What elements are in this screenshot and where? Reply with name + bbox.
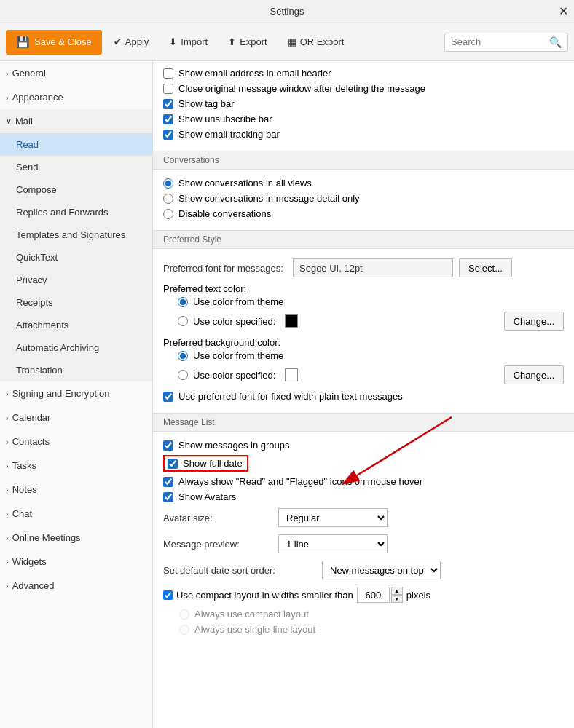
apply-button[interactable]: ✔ Apply [105, 32, 158, 52]
spinner-up-button[interactable]: ▲ [391, 587, 403, 595]
spinner-down-button[interactable]: ▼ [391, 595, 403, 603]
close-original-label: Close original message window after dele… [178, 83, 425, 94]
conv-all-radio[interactable] [163, 178, 173, 189]
avatar-size-select[interactable]: Regular Small Large [278, 508, 388, 527]
sidebar-item-read[interactable]: Read [0, 133, 152, 156]
sidebar-meetings-label: Online Meetings [12, 532, 81, 543]
text-specified-row: Use color specified: Change... [163, 309, 564, 333]
qr-export-button[interactable]: ▦ QR Export [279, 32, 353, 52]
close-button[interactable]: ✕ [559, 4, 568, 18]
message-preview-select[interactable]: 1 line 2 lines 3 lines None [278, 534, 388, 553]
sidebar-item-notes[interactable]: › Notes [0, 478, 152, 502]
sidebar-item-general[interactable]: › General [0, 61, 152, 85]
title-bar: Settings ✕ [0, 0, 574, 23]
import-button[interactable]: ⬇ Import [160, 32, 216, 52]
avatar-size-label: Avatar size: [163, 513, 272, 523]
text-specified-radio[interactable] [178, 316, 188, 326]
sidebar-item-quicktext[interactable]: QuickText [0, 246, 152, 269]
export-button[interactable]: ⬆ Export [219, 32, 276, 52]
sidebar-item-meetings[interactable]: › Online Meetings [0, 526, 152, 550]
message-preview-label: Message preview: [163, 539, 272, 550]
conv-all-label: Show conversations in all views [178, 178, 312, 189]
chevron-right-icon-chat: › [6, 510, 9, 518]
compact-width-input[interactable] [357, 587, 390, 603]
select-font-button[interactable]: Select... [459, 258, 512, 277]
bg-from-theme-row: Use color from theme [163, 348, 564, 363]
text-color-group: Preferred text color: Use color from the… [163, 281, 564, 335]
qr-icon: ▦ [288, 36, 296, 47]
sidebar-appearance-label: Appearance [12, 92, 63, 103]
sidebar-read-label: Read [16, 139, 39, 150]
compact-width-spinner: ▲ ▼ [357, 587, 403, 603]
font-input[interactable] [293, 258, 453, 277]
bg-from-theme-radio[interactable] [178, 351, 188, 361]
show-email-checkbox[interactable] [163, 68, 173, 79]
import-label: Import [181, 36, 208, 47]
sidebar-section-tasks: › Tasks [0, 454, 152, 478]
sidebar-item-attachments[interactable]: Attachments [0, 314, 152, 336]
sidebar-section-calendar: › Calendar [0, 405, 152, 430]
sidebar-item-translation[interactable]: Translation [0, 359, 152, 381]
close-original-row: Close original message window after dele… [163, 81, 564, 96]
sidebar-mail-label: Mail [15, 116, 33, 127]
svg-line-1 [357, 417, 452, 475]
sidebar-item-signing[interactable]: › Signing and Encryption [0, 381, 152, 405]
sidebar-compose-label: Compose [16, 184, 57, 195]
show-groups-checkbox[interactable] [163, 440, 173, 451]
sidebar-item-receipts[interactable]: Receipts [0, 291, 152, 314]
always-single-radio[interactable] [179, 625, 189, 635]
font-label: Preferred font for messages: [163, 263, 287, 274]
fixed-width-row: Use preferred font for fixed-width plain… [163, 389, 564, 404]
fixed-width-label: Use preferred font for fixed-width plain… [178, 391, 403, 402]
show-unsubscribe-checkbox[interactable] [163, 114, 173, 124]
bg-specified-label: Use color specified: [193, 370, 275, 381]
show-tracking-row: Show email tracking bar [163, 127, 564, 142]
sort-order-select[interactable]: New messages on top Old messages on top [322, 561, 441, 579]
sidebar-item-contacts[interactable]: › Contacts [0, 430, 152, 454]
sidebar-item-send[interactable]: Send [0, 156, 152, 178]
sidebar-item-replies[interactable]: Replies and Forwards [0, 201, 152, 223]
show-tag-checkbox[interactable] [163, 99, 173, 109]
always-single-row: Always use single-line layout [179, 622, 564, 637]
conv-detail-radio[interactable] [163, 194, 173, 204]
sidebar-item-mail[interactable]: ∨ Mail [0, 109, 152, 133]
save-close-button[interactable]: 💾 Save & Close [6, 30, 102, 55]
sidebar-item-templates[interactable]: Templates and Signatures [0, 223, 152, 246]
sort-order-row: Set default date sort order: New message… [163, 557, 564, 583]
sidebar-item-archiving[interactable]: Automatic Archiving [0, 336, 152, 359]
show-unsubscribe-label: Show unsubscribe bar [178, 114, 272, 124]
font-row: Preferred font for messages: Select... [163, 255, 564, 281]
show-tracking-checkbox[interactable] [163, 130, 173, 140]
always-compact-radio[interactable] [179, 609, 189, 620]
text-from-theme-radio[interactable] [178, 297, 188, 307]
qr-label: QR Export [300, 36, 345, 47]
bg-specified-radio[interactable] [178, 370, 188, 380]
show-avatars-checkbox[interactable] [163, 492, 173, 502]
change-text-color-button[interactable]: Change... [504, 312, 564, 331]
show-full-date-checkbox[interactable] [168, 459, 178, 469]
search-input[interactable] [451, 36, 546, 47]
show-read-flagged-checkbox[interactable] [163, 477, 173, 487]
change-bg-color-button[interactable]: Change... [504, 365, 564, 384]
sidebar-item-calendar[interactable]: › Calendar [0, 405, 152, 430]
sidebar-notes-label: Notes [12, 484, 37, 495]
compact-layout-checkbox[interactable] [163, 590, 173, 600]
conv-all-views-row: Show conversations in all views [163, 175, 564, 191]
sidebar-item-chat[interactable]: › Chat [0, 502, 152, 526]
sidebar-item-widgets[interactable]: › Widgets [0, 550, 152, 574]
sidebar-item-compose[interactable]: Compose [0, 178, 152, 201]
preferred-style-group: Preferred font for messages: Select... P… [153, 249, 574, 410]
fixed-width-checkbox[interactable] [163, 392, 173, 402]
sidebar-item-appearance[interactable]: › Appearance [0, 85, 152, 109]
show-avatars-label: Show Avatars [178, 491, 236, 502]
sidebar-item-advanced[interactable]: › Advanced [0, 574, 152, 598]
conversations-divider: Conversations [153, 151, 574, 170]
sidebar-item-privacy[interactable]: Privacy [0, 269, 152, 291]
chevron-right-icon: › [6, 69, 9, 78]
sidebar-section-notes: › Notes [0, 478, 152, 502]
text-color-swatch [285, 314, 298, 328]
close-original-checkbox[interactable] [163, 84, 173, 94]
sidebar-item-tasks[interactable]: › Tasks [0, 454, 152, 478]
chevron-right-icon-notes: › [6, 486, 9, 494]
conv-disable-radio[interactable] [163, 209, 173, 219]
